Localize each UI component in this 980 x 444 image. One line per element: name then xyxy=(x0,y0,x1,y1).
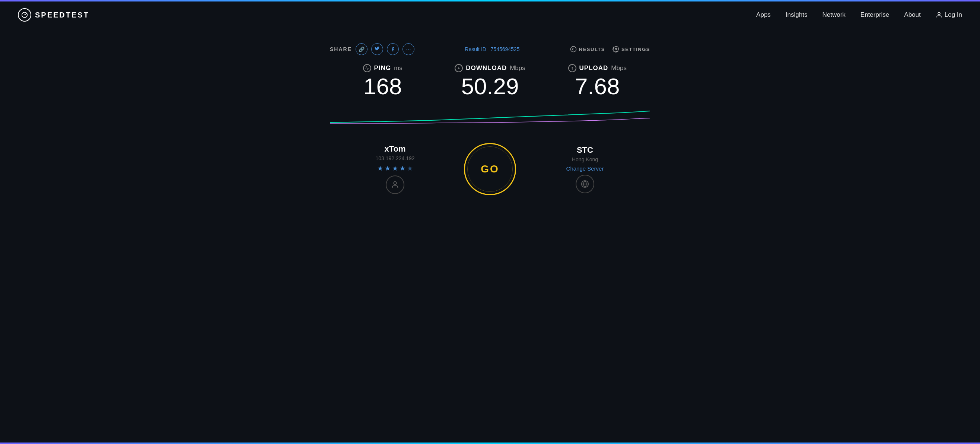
download-label-row: DOWNLOAD Mbps xyxy=(455,64,525,72)
nav-apps[interactable]: Apps xyxy=(756,11,771,19)
upload-value: 7.68 xyxy=(564,74,631,99)
results-label: RESULTS xyxy=(579,46,605,52)
user-icon xyxy=(386,175,404,194)
star-3: ★ xyxy=(392,164,398,172)
upload-metric: UPLOAD Mbps 7.68 xyxy=(564,64,631,99)
star-2: ★ xyxy=(385,164,391,172)
result-id-value: 7545694525 xyxy=(491,46,520,52)
isp-stars: ★ ★ ★ ★ ★ xyxy=(377,164,413,172)
server-location: Hong Kong xyxy=(572,156,598,162)
upload-unit: Mbps xyxy=(611,64,627,72)
go-button[interactable]: GO xyxy=(464,143,516,195)
share-more-button[interactable]: ··· xyxy=(402,43,414,55)
upload-name: UPLOAD xyxy=(579,64,608,72)
main-content: SHARE 🔗 ··· Result ID 7545694525 xyxy=(0,28,980,199)
ping-name: PING xyxy=(374,64,391,72)
isp-ip: 103.192.224.192 xyxy=(375,155,414,161)
header: SPEEDTEST Apps Insights Network Enterpri… xyxy=(0,2,980,28)
results-settings: RESULTS SETTINGS xyxy=(570,46,650,53)
top-bar: SHARE 🔗 ··· Result ID 7545694525 xyxy=(330,43,650,55)
go-label: GO xyxy=(481,163,499,175)
download-icon xyxy=(455,64,463,72)
svg-point-1 xyxy=(938,12,940,14)
speed-chart xyxy=(330,102,650,124)
go-button-wrapper: GO xyxy=(460,139,520,199)
share-link-button[interactable]: 🔗 xyxy=(356,43,368,55)
bottom-border xyxy=(0,442,980,444)
download-value: 50.29 xyxy=(455,74,525,99)
nav-network[interactable]: Network xyxy=(822,11,845,19)
settings-label: SETTINGS xyxy=(621,46,650,52)
star-4: ★ xyxy=(399,164,406,172)
nav-insights[interactable]: Insights xyxy=(786,11,808,19)
settings-button[interactable]: SETTINGS xyxy=(612,46,650,53)
upload-icon xyxy=(568,64,576,72)
ping-metric: PING ms 168 xyxy=(349,64,416,99)
logo[interactable]: SPEEDTEST xyxy=(18,8,89,22)
share-label: SHARE xyxy=(330,46,352,52)
isp-name: xTom xyxy=(384,144,406,154)
download-unit: Mbps xyxy=(510,64,525,72)
svg-point-6 xyxy=(394,182,396,185)
star-1: ★ xyxy=(377,164,383,172)
login-button[interactable]: Log In xyxy=(936,11,962,19)
speedtest-logo-icon xyxy=(18,8,31,22)
bottom-section: xTom 103.192.224.192 ★ ★ ★ ★ ★ GO xyxy=(330,139,650,199)
isp-section: xTom 103.192.224.192 ★ ★ ★ ★ ★ xyxy=(330,144,460,194)
main-nav: Apps Insights Network Enterprise About L… xyxy=(756,11,962,19)
server-section: STC Hong Kong Change Server xyxy=(520,145,650,193)
login-label: Log In xyxy=(945,11,962,19)
nav-enterprise[interactable]: Enterprise xyxy=(861,11,889,19)
logo-text: SPEEDTEST xyxy=(35,11,89,19)
globe-icon xyxy=(576,175,594,193)
share-facebook-button[interactable] xyxy=(387,43,399,55)
svg-point-2 xyxy=(570,46,576,52)
change-server-button[interactable]: Change Server xyxy=(566,166,604,172)
download-name: DOWNLOAD xyxy=(466,64,507,72)
metrics-row: PING ms 168 DOWNLOAD Mbps 50.29 xyxy=(330,64,650,99)
star-5: ★ xyxy=(407,164,413,172)
share-twitter-button[interactable] xyxy=(371,43,383,55)
results-button[interactable]: RESULTS xyxy=(570,46,605,53)
ping-value: 168 xyxy=(349,74,416,99)
download-metric: DOWNLOAD Mbps 50.29 xyxy=(455,64,525,99)
svg-point-3 xyxy=(615,48,617,50)
ping-unit: ms xyxy=(394,64,402,72)
server-name: STC xyxy=(577,145,593,155)
result-id: Result ID 7545694525 xyxy=(465,46,519,52)
result-id-prefix: Result ID xyxy=(465,46,486,52)
upload-label-row: UPLOAD Mbps xyxy=(564,64,631,72)
ping-label-row: PING ms xyxy=(349,64,416,72)
ping-icon xyxy=(363,64,371,72)
share-section: SHARE 🔗 ··· xyxy=(330,43,414,55)
nav-about[interactable]: About xyxy=(904,11,920,19)
